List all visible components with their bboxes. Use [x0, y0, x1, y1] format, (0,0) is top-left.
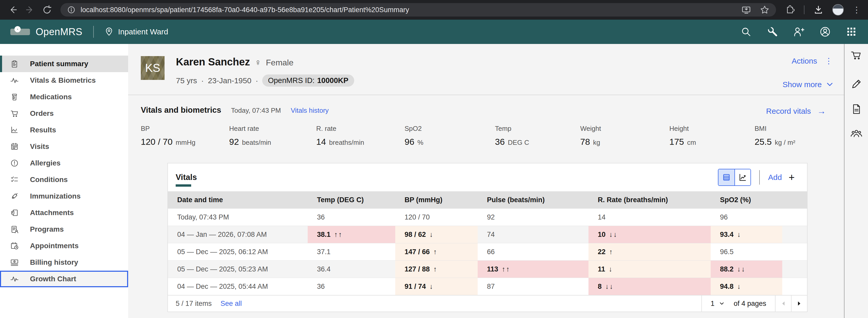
cell-bp: 120 / 70: [395, 209, 478, 226]
patient-banner: KS Karen Sanchez ♀ Female 75 yrs · 23-Ja…: [128, 44, 844, 95]
app-switcher-icon[interactable]: [845, 26, 858, 38]
location-label: Inpatient Ward: [118, 27, 168, 36]
implementer-tools-wrench-icon[interactable]: [766, 26, 779, 38]
sidebar-item-growth-chart[interactable]: Growth Chart: [0, 271, 128, 287]
female-symbol-icon: ♀: [255, 57, 261, 67]
sidebar-item-medications[interactable]: Medications: [0, 89, 128, 105]
sidebar-item-results[interactable]: Results: [0, 122, 128, 138]
ward-patients-people-icon[interactable]: [850, 128, 862, 139]
tile-bp: BP120 / 70mmHg: [141, 125, 229, 147]
cell-spo2: 96: [711, 209, 782, 226]
tile-height: Height175cm: [669, 125, 754, 147]
appointment-icon: [10, 242, 19, 250]
app-header: OpenMRS Inpatient Ward: [0, 20, 868, 44]
table-pagination: 5 / 17 items See all 1 of 4 pages: [168, 295, 807, 312]
col-empty: [782, 191, 807, 208]
openmrs-logo-icon: [10, 26, 30, 38]
vitals-biometrics-strip: Vitals and biometrics Today, 07:43 PM Vi…: [128, 95, 844, 161]
sidebar-item-visits[interactable]: Visits: [0, 138, 128, 155]
abnormal-arrows: ↑: [433, 265, 438, 273]
browser-reload-button[interactable]: [41, 4, 53, 16]
actions-kebab-icon: ⋮: [825, 56, 833, 65]
sidebar-item-appointments[interactable]: Appointments: [0, 238, 128, 254]
line-chart-icon: [10, 126, 19, 134]
see-all-link[interactable]: See all: [221, 300, 242, 308]
sidebar-item-conditions[interactable]: Conditions: [0, 171, 128, 188]
plus-icon[interactable]: +: [789, 172, 795, 183]
chart-view-button[interactable]: [735, 169, 750, 185]
vitals-strip-title: Vitals and biometrics: [141, 106, 221, 115]
site-info-icon[interactable]: [67, 6, 75, 14]
cell-temp: 36: [308, 209, 395, 226]
abnormal-arrows: ↓↓: [605, 283, 614, 290]
cell-date: Today, 07:43 PM: [168, 209, 308, 226]
right-action-rail: [844, 44, 868, 318]
sidebar-item-label: Attachments: [30, 209, 74, 217]
bookmark-star-icon[interactable]: [760, 5, 769, 15]
vitals-card: Vitals Add +: [167, 163, 808, 312]
vitals-tiles: BP120 / 70mmHg Heart rate92beats/min R. …: [141, 125, 844, 147]
cell-r-rate: 11↓: [588, 261, 711, 278]
chrome-divider: [804, 5, 804, 14]
sidebar-item-orders[interactable]: Orders: [0, 105, 128, 122]
sidebar-item-vitals-biometrics[interactable]: Vitals & Biometrics: [0, 72, 128, 89]
cell-spo2: 93.4↓: [711, 226, 782, 243]
downloads-icon[interactable]: [813, 5, 824, 15]
cell-spo2: 88.2↓↓: [711, 261, 782, 278]
show-more-button[interactable]: Show more: [782, 80, 833, 89]
cell-r-rate: 8↓↓: [588, 278, 711, 295]
cell-pulse: 74: [478, 226, 588, 243]
pages-label: of 4 pages: [734, 300, 766, 308]
program-icon: [10, 225, 19, 233]
sidebar-item-programs[interactable]: Programs: [0, 221, 128, 238]
order-basket-cart-icon[interactable]: [850, 50, 862, 61]
sidebar-item-allergies[interactable]: Allergies: [0, 155, 128, 171]
cell-r-rate: 10↓↓: [588, 226, 711, 243]
browser-menu-icon[interactable]: ⋮: [852, 6, 861, 14]
cell-temp: 37.1: [308, 243, 395, 260]
add-patient-icon[interactable]: [793, 26, 805, 38]
table-view-button[interactable]: [718, 169, 735, 185]
tile-bmi: BMI25.5kg / m²: [754, 125, 844, 147]
openmrs-logo[interactable]: OpenMRS: [10, 26, 83, 38]
tile-respiratory-rate: R. rate14breaths/min: [316, 125, 405, 147]
toolbar-divider: [759, 170, 760, 184]
previous-page-button[interactable]: [775, 295, 791, 312]
location-selector[interactable]: Inpatient Ward: [104, 27, 168, 36]
browser-profile-avatar[interactable]: [832, 4, 844, 16]
sidebar-item-label: Orders: [30, 109, 54, 118]
abnormal-arrows: ↓: [737, 283, 742, 290]
sidebar-item-immunizations[interactable]: Immunizations: [0, 188, 128, 204]
sidebar-item-label: Medications: [30, 93, 72, 101]
cell-pulse: 113↑↑: [478, 261, 588, 278]
sidebar-item-billing-history[interactable]: Billing history: [0, 254, 128, 271]
col-r-rate: R. Rate (breaths/min): [588, 191, 711, 208]
next-page-button[interactable]: [791, 295, 807, 312]
install-app-icon[interactable]: [741, 5, 751, 15]
user-account-icon[interactable]: [819, 26, 831, 38]
cell-empty: [782, 243, 807, 260]
page-select[interactable]: 1 of 4 pages: [702, 295, 775, 312]
url-bar[interactable]: localhost:8080/openmrs/spa/patient/17456…: [60, 3, 776, 17]
vitals-table-row: 05 — Dec — 2025, 06:12 AM 37.1 147 / 66↑…: [168, 243, 807, 260]
chevron-down-icon: [827, 83, 833, 86]
attachment-icon: [10, 209, 19, 217]
abnormal-arrows: ↓↓: [737, 265, 746, 273]
extensions-icon[interactable]: [785, 5, 795, 15]
clinical-forms-pencil-icon[interactable]: [851, 78, 862, 90]
notes-document-icon[interactable]: [851, 104, 862, 115]
search-icon[interactable]: [740, 26, 752, 38]
vitals-card-title: Vitals: [176, 173, 197, 182]
browser-back-button[interactable]: [7, 4, 19, 16]
items-summary: 5 / 17 items: [176, 300, 212, 308]
sidebar-item-label: Appointments: [30, 242, 79, 250]
vitals-history-link[interactable]: Vitals history: [291, 107, 329, 115]
actions-menu-button[interactable]: Actions ⋮: [792, 56, 833, 65]
cell-r-rate: 14: [588, 209, 711, 226]
sidebar-item-attachments[interactable]: Attachments: [0, 204, 128, 221]
meta-separator: ·: [201, 76, 204, 85]
add-vitals-button[interactable]: Add: [768, 173, 782, 182]
record-vitals-link[interactable]: Record vitals →: [766, 106, 826, 116]
sidebar-item-patient-summary[interactable]: Patient summary: [0, 56, 128, 72]
browser-forward-button[interactable]: [24, 4, 36, 16]
